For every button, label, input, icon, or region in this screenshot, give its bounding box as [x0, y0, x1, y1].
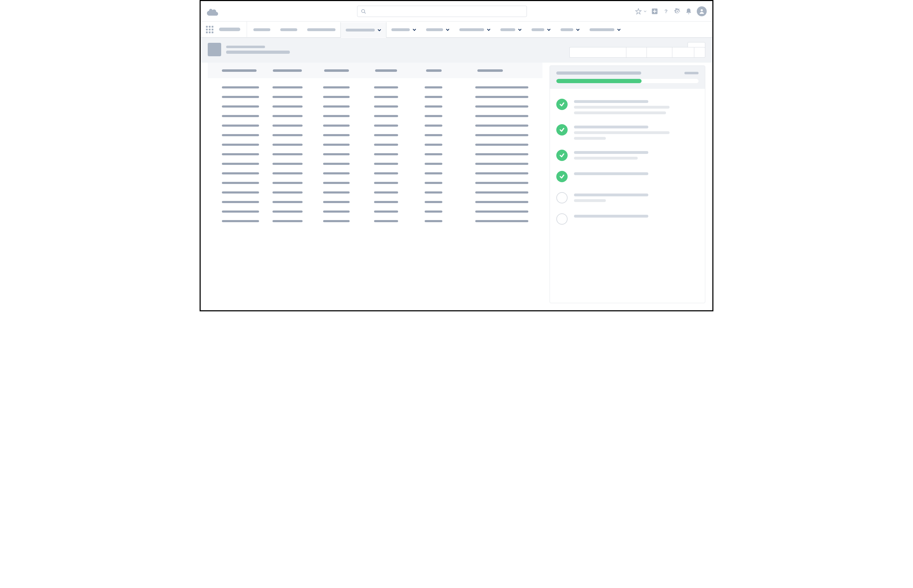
nav-tab-8[interactable] — [527, 22, 556, 37]
column-header-0[interactable] — [222, 69, 273, 72]
cell-value — [273, 153, 302, 155]
nav-tab-10[interactable] — [585, 22, 625, 37]
cell-value — [374, 115, 398, 117]
nav-tab-0[interactable] — [249, 22, 275, 37]
cell-value — [222, 115, 259, 117]
checklist-text-line — [574, 131, 669, 134]
chevron-down-icon — [378, 28, 381, 32]
notifications-bell-icon[interactable] — [685, 8, 692, 15]
table-row[interactable] — [222, 82, 528, 92]
table-row[interactable] — [222, 102, 528, 111]
action-button-2[interactable] — [626, 47, 646, 58]
table-row[interactable] — [222, 149, 528, 159]
column-header-5[interactable] — [477, 69, 528, 72]
checklist-item-4[interactable] — [556, 187, 698, 208]
cell-value — [475, 105, 528, 108]
cell-value — [273, 220, 302, 222]
column-header-4[interactable] — [426, 69, 477, 72]
cell-value — [222, 144, 259, 146]
nav-tab-9[interactable] — [556, 22, 585, 37]
nav-tab-1[interactable] — [275, 22, 302, 37]
page-subtitle — [226, 46, 265, 48]
svg-marker-2 — [635, 8, 641, 14]
cell-value — [425, 115, 442, 117]
progress-fill — [556, 79, 642, 83]
global-header: ? — [200, 1, 713, 22]
add-icon[interactable] — [651, 8, 658, 15]
cell-value — [273, 172, 302, 174]
cell-value — [222, 220, 259, 222]
cell-value — [273, 201, 302, 203]
cell-value — [475, 210, 528, 213]
object-icon — [208, 43, 221, 56]
column-header-1[interactable] — [273, 69, 324, 72]
table-row[interactable] — [222, 121, 528, 130]
cell-value — [222, 182, 259, 184]
cell-value — [475, 153, 528, 155]
table-row[interactable] — [222, 216, 528, 226]
cell-value — [374, 134, 398, 136]
search-icon — [361, 9, 366, 14]
nav-tab-3[interactable] — [341, 22, 386, 38]
panel-meta — [684, 72, 698, 74]
table-row[interactable] — [222, 197, 528, 207]
favorites-icon[interactable] — [635, 8, 642, 15]
checklist-item-0[interactable] — [556, 94, 698, 119]
cell-value — [425, 96, 442, 98]
action-button-4[interactable] — [672, 47, 694, 58]
table-row[interactable] — [222, 207, 528, 216]
table-row[interactable] — [222, 111, 528, 121]
checklist-item-1[interactable] — [556, 119, 698, 145]
table-row[interactable] — [222, 168, 528, 178]
table-row[interactable] — [222, 187, 528, 197]
cell-value — [323, 220, 350, 222]
checklist-text-line — [574, 157, 638, 160]
svg-text:?: ? — [664, 8, 667, 14]
cell-value — [425, 191, 442, 194]
nav-tab-7[interactable] — [495, 22, 527, 37]
cell-value — [222, 86, 259, 89]
cell-value — [475, 172, 528, 174]
nav-tab-4[interactable] — [386, 22, 421, 37]
chevron-down-icon — [547, 28, 551, 31]
check-incomplete-icon — [556, 192, 567, 204]
cell-value — [273, 144, 302, 146]
cell-value — [374, 96, 398, 98]
cell-value — [323, 182, 350, 184]
setup-gear-icon[interactable] — [674, 8, 680, 15]
checklist-item-5[interactable] — [556, 208, 698, 229]
cell-value — [222, 210, 259, 213]
nav-tab-label — [346, 29, 375, 31]
check-complete-icon — [556, 99, 567, 110]
table-row[interactable] — [222, 92, 528, 102]
nav-tab-5[interactable] — [421, 22, 454, 37]
global-search[interactable] — [357, 6, 527, 17]
user-avatar[interactable] — [697, 6, 707, 16]
table-row[interactable] — [222, 159, 528, 168]
cell-value — [323, 134, 350, 136]
table-row[interactable] — [222, 130, 528, 140]
action-button-more[interactable] — [694, 47, 705, 58]
table-row[interactable] — [222, 140, 528, 149]
checklist-text-line — [574, 137, 606, 140]
action-button-1[interactable] — [569, 47, 626, 58]
checklist-text-line — [574, 100, 648, 103]
cell-value — [425, 201, 442, 203]
column-header-3[interactable] — [375, 69, 426, 72]
nav-tab-6[interactable] — [454, 22, 495, 37]
help-icon[interactable]: ? — [663, 8, 669, 15]
cell-value — [374, 191, 398, 194]
app-name — [216, 22, 247, 37]
cell-value — [323, 105, 350, 108]
checklist-item-2[interactable] — [556, 145, 698, 166]
cell-value — [374, 220, 398, 222]
table-row[interactable] — [222, 178, 528, 187]
action-button-3[interactable] — [646, 47, 672, 58]
checklist-item-3[interactable] — [556, 166, 698, 187]
app-launcher[interactable] — [204, 22, 215, 37]
favorites-dropdown-icon[interactable] — [644, 10, 646, 13]
page-title — [226, 51, 290, 54]
cell-value — [425, 124, 442, 127]
column-header-2[interactable] — [324, 69, 375, 72]
nav-tab-2[interactable] — [302, 22, 341, 37]
